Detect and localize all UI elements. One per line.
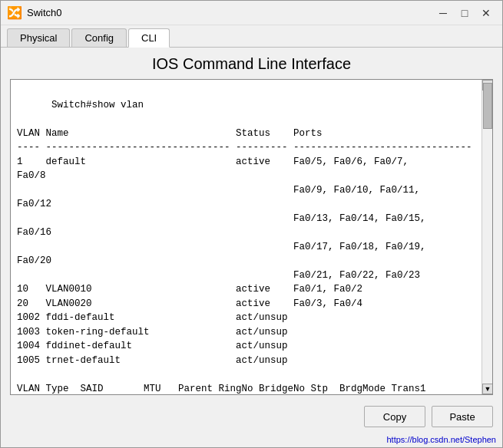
paste-button[interactable]: Paste (432, 406, 493, 427)
cli-text: Switch#show vlan VLAN Name Status Ports … (17, 100, 472, 395)
window-title: Switch0 (27, 7, 433, 18)
close-button[interactable]: ✕ (476, 5, 496, 21)
tab-cli[interactable]: CLI (128, 28, 170, 48)
cli-output[interactable]: Switch#show vlan VLAN Name Status Ports … (11, 80, 481, 394)
scrollbar-track: ▲ ▼ (481, 80, 492, 394)
minimize-button[interactable]: ─ (433, 5, 453, 21)
status-url: https://blog.csdn.net/Stephen (387, 435, 497, 444)
status-bar: https://blog.csdn.net/Stephen (1, 433, 502, 447)
main-window: 🔀 Switch0 ─ □ ✕ Physical Config CLI IOS … (0, 0, 503, 448)
scrollbar-thumb[interactable] (483, 83, 492, 129)
tab-bar: Physical Config CLI (1, 25, 502, 48)
page-title: IOS Command Line Interface (1, 48, 502, 79)
scrollbar-down-arrow[interactable]: ▼ (482, 384, 493, 394)
maximize-button[interactable]: □ (455, 5, 475, 21)
window-controls: ─ □ ✕ (433, 5, 496, 21)
button-bar: Copy Paste (1, 401, 502, 433)
copy-button[interactable]: Copy (364, 406, 425, 427)
title-bar: 🔀 Switch0 ─ □ ✕ (1, 1, 502, 25)
tab-physical[interactable]: Physical (7, 28, 70, 47)
tab-config[interactable]: Config (71, 28, 127, 47)
cli-container: Switch#show vlan VLAN Name Status Ports … (10, 79, 493, 395)
app-icon: 🔀 (7, 5, 22, 21)
